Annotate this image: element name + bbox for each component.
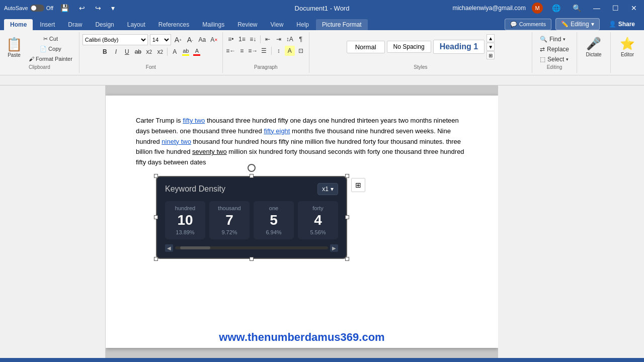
handle-top-middle[interactable] (250, 174, 254, 178)
handle-bottom-right[interactable] (345, 257, 349, 261)
change-case-button[interactable]: Aa (197, 35, 207, 45)
style-normal-label: Normal (355, 43, 376, 51)
line-spacing-button[interactable]: ↕ (274, 46, 284, 56)
style-heading1[interactable]: Heading 1 (433, 40, 485, 54)
stat-hundred-label: hundred (169, 205, 201, 211)
bold-button[interactable]: B (100, 47, 110, 57)
right-sidebar (498, 85, 644, 358)
show-hide-button[interactable]: ¶ (296, 34, 306, 44)
save-button[interactable]: 💾 (57, 3, 72, 13)
tab-home[interactable]: Home (4, 19, 33, 30)
tab-references[interactable]: References (152, 19, 195, 30)
styles-scroll-up[interactable]: ▲ (487, 34, 495, 42)
replace-icon: ⇄ (540, 46, 545, 53)
bullets-button[interactable]: ≡• (226, 34, 236, 44)
watermark-text: www.thenumberdamus369.com (219, 331, 384, 343)
link-fiftytwo[interactable]: fifty two (183, 117, 205, 124)
replace-button[interactable]: ⇄ Replace (536, 44, 573, 54)
justify-button[interactable]: ☰ (259, 46, 269, 56)
handle-top-left[interactable] (154, 174, 158, 178)
increase-indent-button[interactable]: ⇥ (274, 34, 284, 44)
highlight-button[interactable]: ab (181, 47, 191, 57)
font-size-select[interactable]: 14 (150, 34, 171, 45)
tab-view[interactable]: View (265, 19, 290, 30)
font-name-select[interactable]: Calibri (Body) (83, 34, 148, 45)
sort-button[interactable]: ↕A (285, 34, 295, 44)
strikethrough-button[interactable]: ab (133, 47, 143, 57)
tab-design[interactable]: Design (89, 19, 120, 30)
tab-mailings[interactable]: Mailings (196, 19, 230, 30)
widget-scroll-track (175, 246, 328, 249)
tab-picture-format[interactable]: Picture Format (316, 19, 368, 30)
style-normal[interactable]: Normal (347, 41, 385, 53)
widget-stats: hundred 10 13.89% thousand 7 9.72% one 5 (165, 201, 338, 239)
handle-middle-left[interactable] (154, 215, 158, 219)
handle-bottom-left[interactable] (154, 257, 158, 261)
user-email: michaelenwiya@gmail.com (452, 5, 526, 12)
paste-button[interactable]: 📋 Paste (4, 34, 24, 60)
numbering-button[interactable]: 1≡ (237, 34, 247, 44)
underline-button[interactable]: U (122, 47, 132, 57)
format-painter-button[interactable]: 🖌 Format Painter (26, 54, 75, 63)
paste-icon: 📋 (6, 37, 22, 52)
share-button[interactable]: 👤 Share (604, 19, 640, 30)
editor-button[interactable]: ⭐ Editor (615, 34, 640, 60)
font-color-button[interactable]: A (192, 47, 202, 57)
widget-dropdown[interactable]: x1 ▾ (317, 183, 338, 195)
decrease-indent-button[interactable]: ⇤ (263, 34, 273, 44)
editing-button[interactable]: ✏️ Editing ▾ (555, 18, 600, 30)
grow-font-button[interactable]: A+ (173, 35, 183, 45)
multilevel-button[interactable]: ≡↓ (248, 34, 258, 44)
redo-button[interactable]: ↪ (92, 3, 104, 13)
styles-expand[interactable]: ⊞ (487, 51, 495, 59)
select-button[interactable]: ⬚ Select ▾ (536, 54, 573, 64)
handle-top-right[interactable] (345, 174, 349, 178)
italic-button[interactable]: I (111, 47, 121, 57)
position-icon[interactable]: ⊞ (351, 178, 365, 192)
help-icon[interactable]: 🌐 (549, 3, 564, 13)
align-right-button[interactable]: ≡→ (248, 46, 258, 56)
borders-button[interactable]: ⊡ (296, 46, 306, 56)
rotate-handle[interactable] (248, 164, 256, 172)
stat-forty-label: forty (302, 205, 334, 211)
text-effects-button[interactable]: A (170, 47, 180, 57)
tab-draw[interactable]: Draw (62, 19, 88, 30)
watermark: www.thenumberdamus369.com (106, 327, 498, 348)
search-icon[interactable]: 🔍 (570, 3, 584, 13)
copy-button[interactable]: 📄 Copy (26, 44, 75, 54)
shrink-font-button[interactable]: A- (185, 35, 195, 45)
stat-one-label: one (258, 205, 290, 211)
handle-bottom-middle[interactable] (250, 257, 254, 261)
find-button[interactable]: 🔍 Find ▾ (536, 34, 573, 44)
maximize-button[interactable]: ☐ (609, 3, 622, 13)
subscript-button[interactable]: x2 (144, 47, 154, 57)
align-left-button[interactable]: ≡← (226, 46, 236, 56)
widget-scroll-right[interactable]: ▶ (330, 244, 338, 252)
link-fiftyeight[interactable]: fifty eight (264, 127, 290, 135)
widget-scroll-left[interactable]: ◀ (165, 244, 173, 252)
paragraph-group: ≡• 1≡ ≡↓ ⇤ ⇥ ↕A ¶ ≡← ≡ ≡→ ☰ ↕ A ⊡ Paragr… (223, 32, 309, 73)
styles-scroll-down[interactable]: ▼ (487, 43, 495, 51)
autosave-toggle[interactable] (30, 5, 44, 12)
clear-formatting-button[interactable]: A✕ (209, 35, 219, 45)
ruler (0, 75, 644, 85)
tab-layout[interactable]: Layout (121, 19, 151, 30)
link-ninetytwo[interactable]: ninety two (162, 138, 191, 145)
cut-button[interactable]: ✂ Cut (26, 34, 75, 44)
tab-help[interactable]: Help (290, 19, 315, 30)
customize-qat-button[interactable]: ▾ (108, 3, 118, 13)
comments-button[interactable]: 💬 Comments (505, 19, 551, 30)
widget-scroll-thumb[interactable] (180, 246, 210, 249)
close-button[interactable]: ✕ (628, 3, 640, 13)
shading-button[interactable]: A (285, 46, 295, 56)
style-no-spacing[interactable]: No Spacing (387, 41, 431, 53)
superscript-button[interactable]: x2 (155, 47, 165, 57)
dictate-button[interactable]: 🎤 Dictate (581, 34, 606, 60)
user-avatar[interactable]: M (532, 3, 543, 14)
minimize-button[interactable]: — (590, 3, 603, 13)
align-center-button[interactable]: ≡ (237, 46, 247, 56)
tab-insert[interactable]: Insert (34, 19, 61, 30)
undo-button[interactable]: ↩ (76, 3, 88, 13)
handle-middle-right[interactable] (345, 215, 349, 219)
tab-review[interactable]: Review (231, 19, 263, 30)
